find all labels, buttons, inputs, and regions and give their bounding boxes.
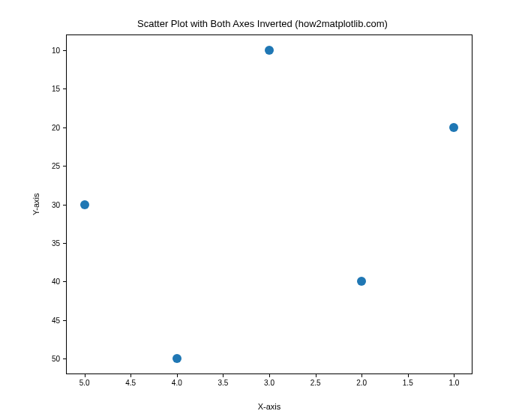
x-tick-label: 2.0: [356, 379, 367, 387]
y-tick-label: 35: [52, 238, 60, 247]
chart-container: Scatter Plot with Both Axes Inverted (ho…: [0, 0, 525, 420]
scatter-point: [172, 354, 182, 363]
scatter-point: [80, 200, 89, 209]
x-tick-label: 4.0: [172, 379, 182, 387]
x-tick-label: 4.5: [125, 379, 136, 387]
x-tick-mark: [454, 374, 454, 377]
x-tick-label: 2.5: [310, 379, 321, 387]
y-tick-label: 20: [52, 123, 60, 131]
x-axis-label: X-axis: [66, 402, 472, 411]
y-tick-mark: [63, 88, 66, 89]
x-tick-label: 1.0: [448, 379, 459, 387]
y-tick-label: 15: [52, 85, 60, 93]
y-tick-mark: [63, 166, 66, 166]
scatter-point: [357, 277, 366, 286]
y-tick-mark: [63, 50, 66, 51]
y-tick-label: 50: [52, 355, 60, 363]
x-tick-label: 1.5: [403, 379, 413, 387]
y-tick-label: 30: [52, 200, 60, 208]
plot-area: [66, 34, 472, 374]
x-tick-mark: [362, 374, 362, 377]
scatter-point: [265, 46, 274, 55]
x-tick-mark: [269, 374, 270, 377]
x-tick-mark: [130, 374, 131, 377]
x-tick-mark: [223, 374, 224, 377]
x-tick-mark: [85, 374, 86, 377]
y-tick-mark: [63, 358, 66, 359]
x-tick-mark: [316, 374, 316, 377]
y-tick-label: 25: [52, 162, 60, 170]
y-tick-label: 45: [52, 316, 60, 324]
y-tick-label: 10: [52, 46, 60, 54]
x-tick-mark: [408, 374, 409, 377]
y-tick-mark: [63, 243, 66, 244]
x-tick-label: 3.0: [264, 379, 274, 387]
x-tick-label: 3.5: [218, 379, 228, 387]
y-axis-label: Y-axis: [32, 34, 40, 374]
y-tick-mark: [63, 281, 66, 282]
x-tick-label: 5.0: [80, 379, 90, 387]
chart-title: Scatter Plot with Both Axes Inverted (ho…: [0, 18, 525, 29]
y-tick-mark: [63, 128, 66, 128]
y-tick-mark: [63, 320, 66, 321]
x-tick-mark: [177, 374, 178, 377]
y-tick-mark: [63, 205, 66, 206]
scatter-point: [449, 123, 458, 132]
y-tick-label: 40: [52, 278, 60, 286]
